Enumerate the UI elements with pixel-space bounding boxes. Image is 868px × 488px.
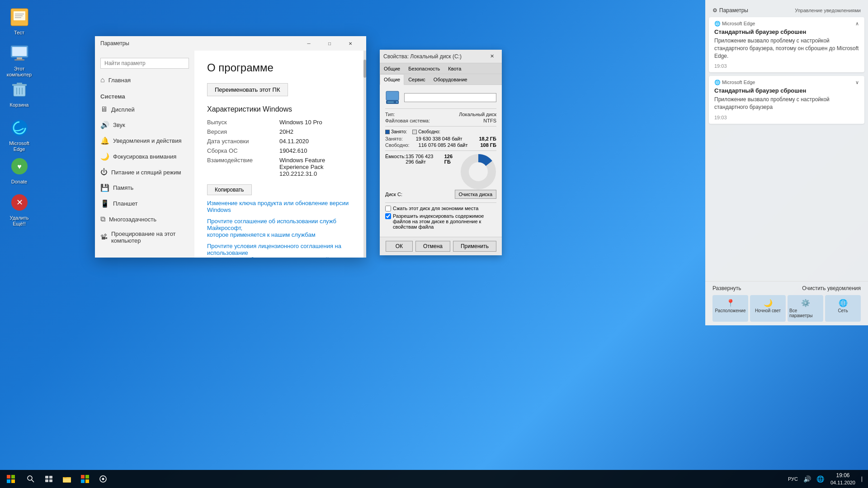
disk-tab-general[interactable]: Общие	[380, 74, 404, 85]
sidebar-item-memory[interactable]: 💾 Память	[95, 180, 194, 196]
sidebar-item-tablet[interactable]: 📱 Планшет	[95, 196, 194, 211]
close-button[interactable]: ✕	[340, 36, 361, 51]
sidebar-item-multitask[interactable]: ⧉ Многозадачность	[95, 211, 194, 227]
sidebar-item-notifications[interactable]: 🔔 Уведомления и действия	[95, 133, 194, 149]
cancel-button[interactable]: Отмена	[415, 241, 450, 252]
disk-clean-button[interactable]: Очистка диска	[455, 190, 496, 199]
settings-search-container	[95, 54, 194, 72]
disk-donut-chart	[460, 154, 496, 190]
clock-button[interactable]: 19:06 04.11.2020	[827, 470, 859, 488]
notif-settings-label: Параметры	[719, 7, 748, 14]
settings-taskbar[interactable]	[94, 470, 112, 488]
disk-c-label: Диск С:	[385, 192, 402, 197]
notif-card-2-time: 19:03	[709, 115, 864, 124]
search-taskbar-button[interactable]	[22, 470, 40, 488]
sidebar-sound-label: Звук	[113, 122, 125, 128]
network-icon: 🌐	[839, 299, 848, 307]
svg-text:♥: ♥	[17, 163, 22, 170]
desktop-icon-test[interactable]: Тест	[2, 5, 36, 38]
sound-tray-button[interactable]: 🔊	[801, 470, 814, 488]
manage-notif-label: Управление уведомлениями	[795, 8, 861, 13]
disk-used-label: Занято:	[385, 136, 403, 141]
location-icon: 📍	[726, 299, 735, 307]
index-row: Разрешить индексировать содержимое файло…	[385, 213, 496, 230]
compress-checkbox[interactable]	[385, 206, 391, 211]
disk-fs-value: NTFS	[483, 118, 496, 123]
notif-card-1-expand[interactable]: ∧	[855, 21, 859, 27]
rename-pc-button[interactable]: Переименовать этот ПК	[207, 83, 288, 96]
svg-rect-27	[11, 475, 15, 479]
start-button[interactable]	[0, 470, 22, 488]
sidebar-focus-label: Фокусировка внимания	[113, 153, 176, 160]
delete-icon: ✕	[9, 192, 30, 213]
clear-notif-button[interactable]: Очистить уведомления	[802, 285, 861, 291]
file-explorer-taskbar[interactable]	[58, 470, 76, 488]
spec-value-build: 19042.610	[279, 147, 307, 154]
maximize-button[interactable]: □	[319, 36, 340, 51]
product-key-link[interactable]: Изменение ключа продукта или обновление …	[207, 200, 354, 213]
qa-location[interactable]: 📍 Расположение	[712, 295, 748, 322]
window-controls: ─ □ ✕	[298, 36, 361, 51]
disk-tab-service[interactable]: Сервис	[404, 74, 429, 84]
sidebar-item-projecting[interactable]: 📽 Проецирование на этот компьютер	[95, 227, 194, 248]
desktop-icon-edge[interactable]: MicrosoftEdge	[2, 115, 36, 154]
notif-settings-button[interactable]: ⚙ Параметры	[712, 7, 748, 14]
apply-button[interactable]: Применить	[453, 241, 496, 252]
disk-capacity-gb: 126 ГБ	[444, 154, 456, 164]
sidebar-item-focus[interactable]: 🌙 Фокусировка внимания	[95, 149, 194, 164]
settings-window: Параметры ─ □ ✕ ⌂ Главная Система 🖥 Дисп	[95, 36, 366, 258]
recycle-bin-icon	[9, 79, 30, 100]
language-button[interactable]: РУС	[785, 470, 801, 488]
desktop-icon-mycomputer[interactable]: Этоткомпьютер	[2, 41, 36, 80]
home-icon: ⌂	[100, 76, 105, 84]
disk-properties-window: Свойства: Локальный диск (С:) ✕ Общие Бе…	[380, 50, 502, 255]
disk-name-input[interactable]	[404, 93, 496, 102]
service-agreement-link[interactable]: Прочтите соглашение об использовании слу…	[207, 218, 354, 238]
disk-tab-hardware[interactable]: Оборудование	[429, 74, 472, 84]
expand-all-button[interactable]: Развернуть	[712, 285, 741, 291]
sidebar-item-power[interactable]: ⏻ Питание и спящий режим	[95, 164, 194, 180]
notif-footer: Развернуть Очистить уведомления 📍 Распол…	[705, 281, 868, 325]
sidebar-item-home[interactable]: ⌂ Главная	[95, 72, 194, 88]
search-input[interactable]	[100, 58, 189, 69]
clock-date: 04.11.2020	[830, 479, 855, 486]
store-taskbar[interactable]	[76, 470, 94, 488]
qa-settings-label: Все параметры	[789, 308, 821, 318]
scrollbar[interactable]	[363, 51, 366, 258]
disk-close-button[interactable]: ✕	[486, 50, 498, 63]
desktop-icon-recycle-label: Корзина	[10, 102, 29, 108]
sidebar-item-display[interactable]: 🖥 Дисплей	[95, 102, 194, 117]
notif-card-2: 🌐 Microsoft Edge ∨ Стандартный браузер с…	[709, 76, 864, 124]
desktop-icon-delete[interactable]: ✕ УдалитьЕщё!!	[2, 190, 36, 229]
qa-night-light[interactable]: 🌙 Ночной свет	[750, 295, 786, 322]
svg-rect-8	[14, 59, 24, 61]
copy-button[interactable]: Копировать	[207, 184, 252, 195]
notif-group: 🌐 Microsoft Edge ∧ Стандартный браузер с…	[705, 17, 868, 127]
minimize-button[interactable]: ─	[298, 36, 319, 51]
desktop-icon-recycle[interactable]: Корзина	[2, 77, 36, 110]
spec-label-build: Сборка ОС	[207, 147, 279, 154]
qa-all-settings[interactable]: ⚙️ Все параметры	[788, 295, 823, 322]
network-tray-button[interactable]: 🌐	[814, 470, 827, 488]
license-link[interactable]: Прочтите условия лицензионного соглашени…	[207, 243, 354, 258]
sidebar-tablet-label: Планшет	[113, 200, 138, 207]
desktop-icon-donate[interactable]: ♥ Donate	[2, 154, 36, 187]
disk-tab-quota[interactable]: Квота	[444, 63, 465, 74]
index-checkbox[interactable]	[385, 213, 391, 219]
sidebar-item-sound[interactable]: 🔊 Звук	[95, 117, 194, 133]
notif-card-2-expand[interactable]: ∨	[855, 80, 859, 85]
show-desktop-button[interactable]: ▏	[859, 470, 868, 488]
spec-row-interaction: Взаимодействие Windows Feature Experienc…	[207, 157, 354, 177]
qa-network[interactable]: 🌐 Сеть	[825, 295, 861, 322]
disk-drive-icon	[385, 90, 400, 105]
notif-card-2-body: Приложение вызвало проблему с настройкой…	[709, 96, 864, 115]
disk-tab-access[interactable]: Общие	[380, 63, 404, 74]
desktop-icon-test-label: Тест	[14, 30, 24, 36]
disk-tab-security[interactable]: Безопасность	[404, 63, 444, 74]
notif-card-1-header: 🌐 Microsoft Edge ∧	[709, 17, 864, 28]
language-label: РУС	[788, 476, 798, 482]
task-view-button[interactable]	[40, 470, 58, 488]
disk-used-row: Занято: 19 630 338 048 байт 18,2 ГБ	[385, 136, 496, 141]
compress-label: Сжать этот диск для экономии места	[393, 206, 478, 211]
ok-button[interactable]: ОК	[386, 241, 413, 252]
